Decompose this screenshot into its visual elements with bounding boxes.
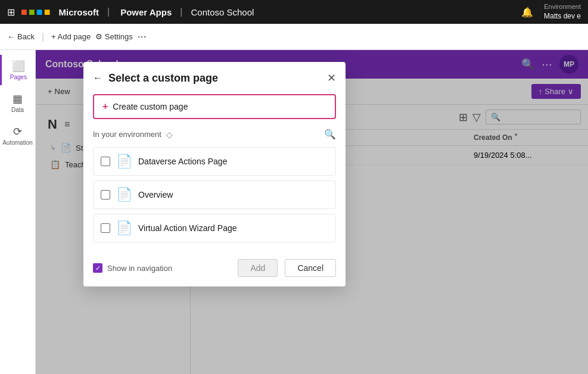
page-list: 📄 Dataverse Actions Page 📄 Overview 📄 Vi… — [83, 145, 346, 250]
list-item[interactable]: 📄 Virtual Action Wizard Page — [93, 214, 336, 242]
sidebar-item-pages[interactable]: ⬜ Pages — [0, 55, 35, 85]
automation-icon: ⟳ — [13, 125, 22, 138]
settings-label: ⚙ Settings — [95, 32, 133, 41]
topbar-sep: | — [107, 7, 110, 17]
sidebar: ⬜ Pages ▦ Data ⟳ Automation — [0, 50, 36, 374]
list-item[interactable]: 📄 Overview — [93, 180, 336, 209]
main-layout: ⬜ Pages ▦ Data ⟳ Automation Contoso Scho… — [0, 50, 588, 374]
more-button[interactable]: ··· — [138, 30, 147, 43]
page-checkbox-1[interactable] — [101, 157, 110, 166]
topbar: ⊞ ■■■■ Microsoft | Power Apps | Contoso … — [0, 0, 588, 24]
bell-icon[interactable]: 🔔 — [521, 7, 533, 18]
env-info: Environment Matts dev e — [544, 3, 581, 21]
add-page-button[interactable]: + Add page — [51, 32, 91, 41]
add-button[interactable]: Add — [238, 259, 278, 277]
env-label: In your environment — [93, 130, 161, 139]
topbar-appname: Power Apps — [120, 7, 172, 17]
ms-logo: ■■■■ — [21, 6, 51, 18]
env-search-icon[interactable]: 🔍 — [324, 129, 336, 140]
list-item[interactable]: 📄 Dataverse Actions Page — [93, 147, 336, 176]
topbar-context: Contoso School — [191, 7, 254, 17]
topbar-brand: Microsoft — [59, 7, 99, 17]
secondbar: ← Back | + Add page ⚙ Settings ··· — [0, 24, 588, 50]
settings-button[interactable]: ⚙ Settings — [95, 32, 133, 41]
modal-title: Select a custom page — [108, 72, 321, 85]
create-custom-page-button[interactable]: + Create custom page — [93, 94, 336, 119]
modal-header: ← Select a custom page ✕ — [83, 62, 346, 89]
create-custom-label: Create custom page — [113, 102, 188, 111]
page-file-icon-3: 📄 — [116, 220, 132, 236]
back-label: Back — [17, 32, 35, 41]
sidebar-item-data[interactable]: ▦ Data — [0, 88, 35, 118]
show-navigation-toggle[interactable]: ✓ Show in navigation — [93, 263, 172, 273]
modal: ← Select a custom page ✕ + Create custom… — [83, 62, 346, 286]
content-area: Contoso School 🔍 ⋯ MP + New 🗑 Delete ∨ ⋯… — [36, 50, 588, 374]
env-info-icon[interactable]: ◇ — [166, 130, 173, 139]
page-checkbox-2[interactable] — [101, 190, 110, 200]
page-checkbox-3[interactable] — [101, 223, 110, 233]
close-icon: ✕ — [327, 72, 336, 84]
sidebar-item-data-label: Data — [11, 107, 24, 113]
secondbar-sep: | — [42, 32, 44, 42]
modal-back-icon: ← — [93, 73, 102, 83]
env-name: Matts dev e — [544, 12, 581, 20]
sidebar-item-pages-label: Pages — [10, 74, 27, 80]
modal-close-button[interactable]: ✕ — [327, 71, 336, 85]
pages-icon: ⬜ — [12, 60, 25, 73]
page-name-1: Dataverse Actions Page — [138, 157, 227, 166]
check-icon: ✓ — [93, 263, 102, 273]
data-icon: ▦ — [13, 92, 23, 105]
add-page-label: + Add page — [51, 32, 91, 41]
page-file-icon-2: 📄 — [116, 187, 132, 202]
sidebar-item-automation[interactable]: ⟳ Automation — [0, 120, 35, 151]
topbar-sep2: | — [180, 7, 182, 17]
modal-footer: ✓ Show in navigation Add Cancel — [83, 250, 346, 286]
back-button[interactable]: ← Back — [7, 32, 35, 41]
back-icon: ← — [7, 32, 15, 41]
cancel-button[interactable]: Cancel — [285, 259, 336, 277]
sidebar-item-automation-label: Automation — [2, 139, 33, 146]
env-row: In your environment ◇ 🔍 — [83, 124, 346, 145]
create-plus-icon: + — [102, 101, 108, 112]
modal-back-button[interactable]: ← — [93, 73, 102, 83]
modal-overlay: ← Select a custom page ✕ + Create custom… — [36, 50, 588, 374]
page-name-2: Overview — [138, 190, 173, 200]
grid-icon[interactable]: ⊞ — [7, 7, 15, 18]
show-nav-label: Show in navigation — [107, 264, 172, 273]
page-file-icon-1: 📄 — [116, 154, 132, 169]
env-label: Environment — [544, 3, 581, 10]
page-name-3: Virtual Action Wizard Page — [138, 223, 237, 233]
